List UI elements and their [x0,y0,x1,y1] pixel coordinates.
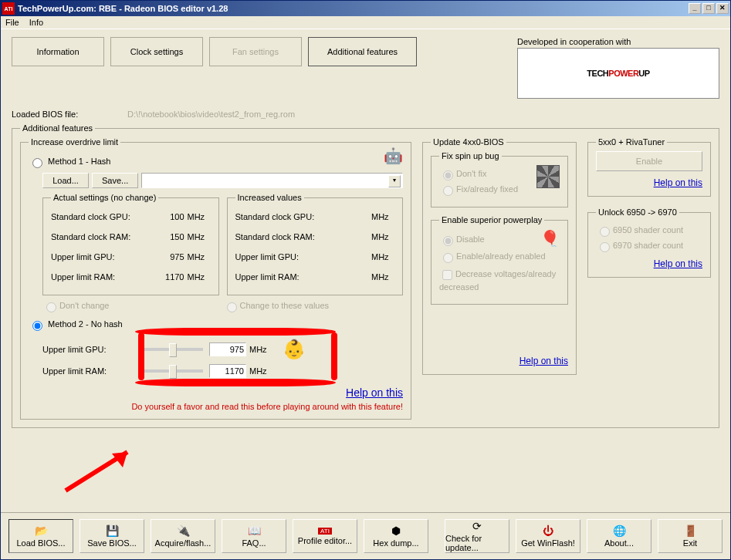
method2-label: Method 2 - No hash [48,319,123,329]
profile-combo[interactable] [141,173,403,188]
hex-icon: ⬢ [391,525,401,537]
profile-editor-button[interactable]: ATIProfile editor... [293,519,357,553]
save-button[interactable]: Save... [92,173,138,188]
chip-icon: 🔌 [177,525,190,537]
annotation-arrow [58,444,143,500]
rivatuner-group: 5xx0 + RivaTuner Enable Help on this [587,137,711,197]
book-icon: 📖 [248,525,261,537]
coop-label: Developed in cooperation with [517,37,719,46]
save-bios-button[interactable]: 💾Save BIOS... [80,519,144,553]
unlock-6970-radio [600,242,610,252]
menu-info[interactable]: Info [29,18,43,27]
folder-icon: 📂 [35,525,48,537]
actual-std-ram: 150 [154,232,184,241]
load-button[interactable]: Load... [42,173,89,188]
tab-clock-settings[interactable]: Clock settings [110,37,203,66]
about-button[interactable]: 🌐About... [587,519,651,553]
fan-icon [536,165,560,188]
globe-icon: 🌐 [613,525,626,537]
menubar: File Info [1,16,730,29]
acquire-flash-button[interactable]: 🔌Acquire/flash... [151,519,215,553]
ram-limit-input[interactable] [209,364,246,378]
update-help-link[interactable]: Help on this [519,356,568,366]
method2-radio[interactable] [32,321,42,331]
gpu-limit-input[interactable] [209,342,246,356]
actual-std-gpu: 100 [154,212,184,221]
hex-dump-button[interactable]: ⬢Hex dump... [364,519,428,553]
close-button[interactable]: ✕ [716,3,729,14]
loaded-bios-path: D:\!\notebook\bios\video\test2_from_reg.… [127,110,295,119]
af-legend: Additional features [20,123,95,133]
update-bios-group: Update 4xx0-BIOS Fix spin up bug Don't f… [422,137,577,375]
riva-enable-button: Enable [596,151,702,171]
dont-fix-radio [443,170,453,180]
app-icon: ATI [2,2,15,15]
unlock-6950-radio [600,227,610,237]
tab-information[interactable]: Information [12,37,104,66]
window-title: TechPowerUp.com: RBE - Radeon BIOS edito… [18,4,228,13]
additional-features-group: Additional features Increase overdrive l… [12,123,719,428]
unlock-group: Unlock 6950 -> 6970 6950 shader count 69… [587,207,711,278]
maximize-button[interactable]: □ [702,3,715,14]
tabs: Information Clock settings Fan settings … [12,37,423,66]
menu-file[interactable]: File [5,18,19,27]
exit-button[interactable]: 🚪Exit [658,519,723,553]
stewie-icon: 👶 [283,339,306,360]
tab-fan-settings: Fan settings [209,37,302,66]
minimize-button[interactable]: _ [689,3,701,14]
save-icon: 💾 [106,525,119,537]
gpu-slider[interactable] [141,348,203,351]
unlock-help-link[interactable]: Help on this [654,258,702,269]
balloon-icon: 🎈 [540,229,560,248]
od-help-link[interactable]: Help on this [346,386,403,399]
bottom-toolbar: 📂Load BIOS... 💾Save BIOS... 🔌Acquire/fla… [1,512,730,559]
sprite-icon: 🤖 [384,147,403,165]
fix-already-radio [443,186,453,196]
overdrive-group: Increase overdrive limit Method 1 - Hash… [20,137,411,420]
actual-up-gpu: 975 [154,252,184,261]
ati-icon: ATI [318,528,332,535]
load-bios-button[interactable]: 📂Load BIOS... [8,519,73,553]
get-winflash-button[interactable]: ⏻Get WinFlash! [516,519,580,553]
warning-text: Do yourself a favor and read this before… [29,402,403,411]
actual-up-ram: 1170 [154,272,184,282]
tab-additional-features[interactable]: Additional features [308,37,417,66]
ram-slider[interactable] [141,369,203,373]
techpowerup-logo: TECHPOWERUP [517,48,719,99]
increased-values-group: Increased values Standard clock GPU:MHz … [227,193,404,295]
actual-settings-group: Actual settings (no change) Standard clo… [42,193,219,295]
refresh-icon: ⟳ [472,520,482,532]
exit-icon: 🚪 [684,525,697,537]
pp-disable-radio [443,236,453,246]
pp-enable-radio [443,253,453,263]
power-icon: ⏻ [543,525,553,537]
riva-help-link[interactable]: Help on this [654,177,702,188]
powerplay-group: Enable superior powerplay 🎈 Disable Enab… [431,215,568,305]
change-to-radio [227,302,237,312]
faq-button[interactable]: 📖FAQ... [222,519,286,553]
method1-radio[interactable] [32,158,42,168]
fix-spinup-group: Fix spin up bug Don't fix Fix/already fi… [431,151,568,207]
dont-change-radio [46,302,56,312]
titlebar: ATI TechPowerUp.com: RBE - Radeon BIOS e… [1,1,730,16]
loaded-bios-label: Loaded BIOS file: [12,110,127,119]
decrease-voltages-check [442,270,452,280]
method1-label: Method 1 - Hash [48,157,110,166]
check-update-button[interactable]: ⟳Check for update... [445,519,509,553]
